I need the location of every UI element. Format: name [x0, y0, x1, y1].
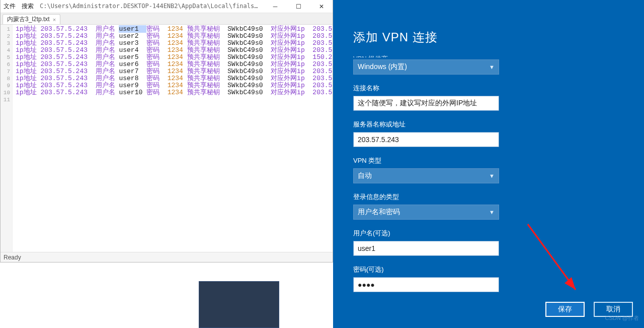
editor-tab-label: 内蒙古3_l2tp.txt: [7, 15, 50, 24]
status-bar: Ready: [1, 252, 333, 262]
watermark: CSDN @作者: [605, 314, 639, 322]
conn-name-input[interactable]: 这个随便写，建议写对应的外网IP地址: [353, 96, 499, 111]
password-label: 密码(可选): [353, 265, 644, 274]
vpn-settings-panel: 添加 VPN 连接 VPN 提供商 Windows (内置) ▼ 连接名称 这个…: [333, 0, 644, 328]
code-line: ip地址 203.57.5.243 用户名 user3 密码 1234 预共享秘…: [16, 40, 333, 47]
chevron-down-icon: ▼: [489, 209, 495, 215]
login-type-label: 登录信息的类型: [353, 192, 644, 202]
taskbar-preview: [199, 281, 279, 328]
conn-name-value: 这个随便写，建议写对应的外网IP地址: [358, 99, 477, 108]
close-button[interactable]: ✕: [313, 1, 330, 12]
vpn-provider-label: VPN 提供商: [353, 54, 644, 57]
editor-tab[interactable]: 内蒙古3_l2tp.txt ×: [3, 14, 60, 24]
editor-tabs: 内蒙古3_l2tp.txt ×: [1, 13, 333, 25]
code-line: ip地址 203.57.5.243 用户名 user6 密码 1234 预共享秘…: [16, 61, 333, 68]
editor-body: 1 2 3 4 5 6 7 8 9 10 11 ip地址 203.57.5.24…: [1, 25, 333, 252]
editor-window: 文件 搜索 C:\Users\Administrator.DESKTOP-144…: [0, 0, 333, 263]
username-value: user1: [358, 244, 375, 252]
menu-search[interactable]: 搜索: [22, 2, 34, 11]
chevron-down-icon: ▼: [489, 173, 495, 179]
conn-name-label: 连接名称: [353, 84, 644, 93]
code-line: ip地址 203.57.5.243 用户名 user4 密码 1234 预共享秘…: [16, 47, 333, 54]
code-line: ip地址 203.57.5.243 用户名 user7 密码 1234 预共享秘…: [16, 68, 333, 75]
minimize-button[interactable]: ─: [267, 1, 283, 12]
chevron-down-icon: ▼: [489, 64, 495, 70]
status-text: Ready: [4, 254, 21, 261]
vpn-panel-title: 添加 VPN 连接: [353, 29, 644, 45]
server-input[interactable]: 203.57.5.243: [353, 132, 499, 147]
server-value: 203.57.5.243: [358, 136, 399, 144]
code-line: ip地址 203.57.5.243 用户名 user1 密码 1234 预共享秘…: [16, 26, 333, 33]
maximize-button[interactable]: ☐: [290, 1, 306, 12]
editor-menubar: 文件 搜索 C:\Users\Administrator.DESKTOP-144…: [1, 0, 333, 13]
code-line: ip地址 203.57.5.243 用户名 user8 密码 1234 预共享秘…: [16, 75, 333, 82]
line-gutter: 1 2 3 4 5 6 7 8 9 10 11: [1, 25, 13, 252]
tab-close-icon[interactable]: ×: [53, 17, 56, 23]
code-area[interactable]: ip地址 203.57.5.243 用户名 user1 密码 1234 预共享秘…: [13, 25, 333, 252]
code-line: ip地址 203.57.5.243 用户名 user9 密码 1234 预共享秘…: [16, 82, 333, 89]
code-line: ip地址 203.57.5.243 用户名 user2 密码 1234 预共享秘…: [16, 33, 333, 40]
login-type-value: 用户名和密码: [358, 208, 400, 217]
save-button[interactable]: 保存: [545, 302, 585, 317]
menu-file[interactable]: 文件: [4, 2, 16, 11]
vpn-provider-select[interactable]: Windows (内置) ▼: [353, 59, 499, 75]
username-label: 用户名(可选): [353, 229, 644, 238]
code-line: ip地址 203.57.5.243 用户名 user10 密码 1234 预共享…: [16, 89, 333, 96]
username-input[interactable]: user1: [353, 241, 499, 256]
vpn-type-select[interactable]: 自动 ▼: [353, 168, 499, 183]
editor-path: C:\Users\Administrator.DESKTOP-144ENB2\A…: [40, 2, 260, 11]
vpn-type-label: VPN 类型: [353, 156, 644, 165]
vpn-provider-value: Windows (内置): [358, 62, 407, 72]
password-input[interactable]: ●●●●: [353, 277, 499, 292]
login-type-select[interactable]: 用户名和密码 ▼: [353, 205, 499, 220]
password-value: ●●●●: [358, 281, 375, 289]
code-line: ip地址 203.57.5.243 用户名 user5 密码 1234 预共享秘…: [16, 54, 333, 61]
vpn-type-value: 自动: [358, 171, 372, 180]
server-label: 服务器名称或地址: [353, 120, 644, 129]
